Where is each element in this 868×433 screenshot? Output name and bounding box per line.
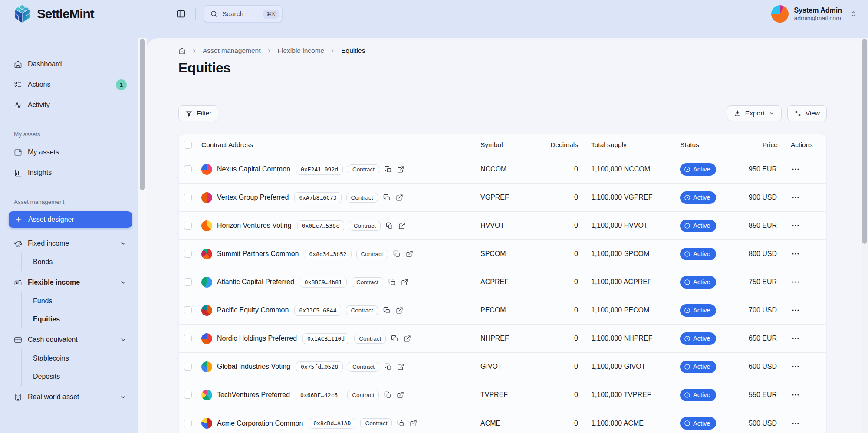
row-actions-button[interactable] — [791, 419, 800, 428]
row-actions-button[interactable] — [791, 221, 800, 230]
open-explorer-button[interactable] — [401, 279, 408, 286]
contract-address-pill[interactable]: 0x8d34…3b52 — [305, 249, 352, 259]
copy-address-button[interactable] — [383, 307, 391, 314]
contract-address-pill[interactable]: 0xE241…092d — [296, 164, 343, 175]
row-checkbox[interactable] — [184, 194, 192, 201]
breadcrumb-asset-management[interactable]: Asset management — [203, 47, 261, 55]
contract-address-pill[interactable]: 0xBBC9…4b81 — [300, 277, 347, 288]
sidebar-group-fixed-income[interactable]: Fixed income — [9, 235, 132, 252]
copy-address-button[interactable] — [391, 335, 398, 342]
breadcrumb-flexible-income[interactable]: Flexible income — [278, 47, 325, 55]
row-checkbox[interactable] — [184, 420, 192, 427]
asset-symbol: HVVOT — [477, 222, 538, 230]
export-button[interactable]: Export — [727, 105, 782, 121]
user-menu[interactable]: System Admin admin@mail.com — [771, 5, 857, 23]
open-explorer-button[interactable] — [410, 420, 417, 427]
row-checkbox[interactable] — [184, 335, 192, 342]
page-scrollbar-thumb[interactable] — [862, 39, 867, 244]
row-actions-button[interactable] — [791, 334, 800, 343]
copy-address-button[interactable] — [386, 222, 393, 230]
contract-address-pill[interactable]: 0x1ACB…110d — [302, 333, 349, 344]
open-explorer-button[interactable] — [398, 222, 406, 230]
row-checkbox[interactable] — [184, 250, 192, 258]
contract-address-pill[interactable]: 0xA7b8…6C73 — [294, 192, 341, 203]
copy-address-button[interactable] — [397, 420, 404, 427]
sidebar-item-activity[interactable]: Activity — [9, 96, 132, 114]
asset-total-supply: 1,100,000 TVPREF — [591, 391, 651, 399]
sidebar-scrollbar-thumb[interactable] — [140, 39, 145, 190]
circle-play-icon — [684, 335, 690, 342]
row-actions-button[interactable] — [791, 277, 800, 287]
row-checkbox[interactable] — [184, 363, 192, 371]
table-header-row: Contract Address Symbol Decimals Total s… — [179, 134, 826, 155]
circle-play-icon — [684, 166, 690, 173]
copy-icon — [388, 279, 396, 286]
contract-badge: Contract — [360, 418, 392, 428]
open-explorer-button[interactable] — [396, 307, 403, 314]
home-icon[interactable] — [178, 47, 186, 55]
open-explorer-button[interactable] — [397, 166, 404, 173]
contract-address-pill[interactable]: 0x8cDd…A1AD — [309, 418, 355, 429]
row-actions-button[interactable] — [791, 249, 800, 259]
open-explorer-button[interactable] — [406, 250, 413, 258]
row-checkbox[interactable] — [184, 165, 192, 173]
sidebar-group-label: Cash equivalent — [28, 336, 78, 344]
row-actions-button[interactable] — [791, 362, 800, 371]
filter-button[interactable]: Filter — [178, 105, 218, 121]
copy-address-button[interactable] — [384, 391, 391, 399]
row-actions-button[interactable] — [791, 305, 800, 315]
copy-address-button[interactable] — [385, 166, 392, 173]
sidebar-group-flexible-income[interactable]: Flexible income — [9, 274, 132, 291]
external-link-icon — [410, 420, 417, 427]
sidebar-group-cash-equivalent[interactable]: Cash equivalent — [9, 331, 132, 348]
asset-avatar — [201, 418, 212, 429]
sidebar-item-label: Deposits — [33, 373, 60, 381]
asset-avatar — [201, 277, 212, 288]
sidebar-toggle-button[interactable] — [174, 7, 187, 20]
row-checkbox[interactable] — [184, 391, 192, 399]
sidebar-item-label: Actions — [28, 81, 50, 89]
contract-address-pill[interactable]: 0x0Ec7…538c — [297, 220, 344, 231]
sidebar-item-deposits[interactable]: Deposits — [33, 367, 132, 386]
row-checkbox[interactable] — [184, 278, 192, 286]
sidebar-item-bonds[interactable]: Bonds — [33, 253, 132, 271]
contract-address-pill[interactable]: 0x75fd…0528 — [296, 361, 343, 372]
sidebar-item-stablecoins[interactable]: Stablecoins — [33, 349, 132, 367]
brand-name: SettleMint — [37, 7, 94, 21]
sidebar-item-insights[interactable]: Insights — [9, 164, 132, 181]
asset-designer-button[interactable]: Asset designer — [9, 211, 132, 228]
sidebar-item-label: My assets — [28, 148, 59, 156]
contract-address-pill[interactable]: 0x33C5…6844 — [294, 305, 341, 316]
status-label: Active — [693, 363, 710, 370]
sidebar-item-my-assets[interactable]: My assets — [9, 144, 132, 161]
view-button[interactable]: View — [787, 105, 827, 121]
copy-address-button[interactable] — [385, 363, 392, 371]
sidebar-item-actions[interactable]: Actions 1 — [9, 76, 132, 93]
copy-address-button[interactable] — [383, 194, 391, 201]
open-explorer-button[interactable] — [404, 335, 411, 342]
asset-decimals: 0 — [538, 222, 583, 230]
sidebar-group-label: Flexible income — [28, 279, 80, 286]
row-actions-button[interactable] — [791, 193, 800, 202]
open-explorer-button[interactable] — [397, 391, 404, 399]
open-explorer-button[interactable] — [397, 363, 404, 371]
select-all-checkbox[interactable] — [184, 141, 192, 149]
table-row: Atlantic Capital Preferred 0xBBC9…4b81 C… — [179, 268, 826, 296]
row-checkbox[interactable] — [184, 306, 192, 314]
row-actions-button[interactable] — [791, 390, 800, 400]
sidebar-group-real-world-asset[interactable]: Real world asset — [9, 388, 132, 406]
copy-address-button[interactable] — [393, 250, 401, 258]
asset-total-supply: 1,100,000 ACME — [591, 420, 644, 427]
search-button[interactable]: Search ⌘K — [204, 5, 283, 23]
row-actions-button[interactable] — [791, 164, 800, 174]
copy-icon — [383, 194, 391, 201]
sidebar-item-equities[interactable]: Equities — [33, 310, 132, 328]
copy-address-button[interactable] — [388, 279, 396, 286]
sidebar-item-dashboard[interactable]: Dashboard — [9, 56, 132, 73]
copy-icon — [383, 307, 391, 314]
settlemint-logo[interactable]: SettleMint — [13, 4, 156, 24]
open-explorer-button[interactable] — [396, 194, 403, 201]
contract-address-pill[interactable]: 0x66DF…42c6 — [296, 390, 342, 400]
row-checkbox[interactable] — [184, 222, 192, 230]
sidebar-item-funds[interactable]: Funds — [33, 292, 132, 310]
